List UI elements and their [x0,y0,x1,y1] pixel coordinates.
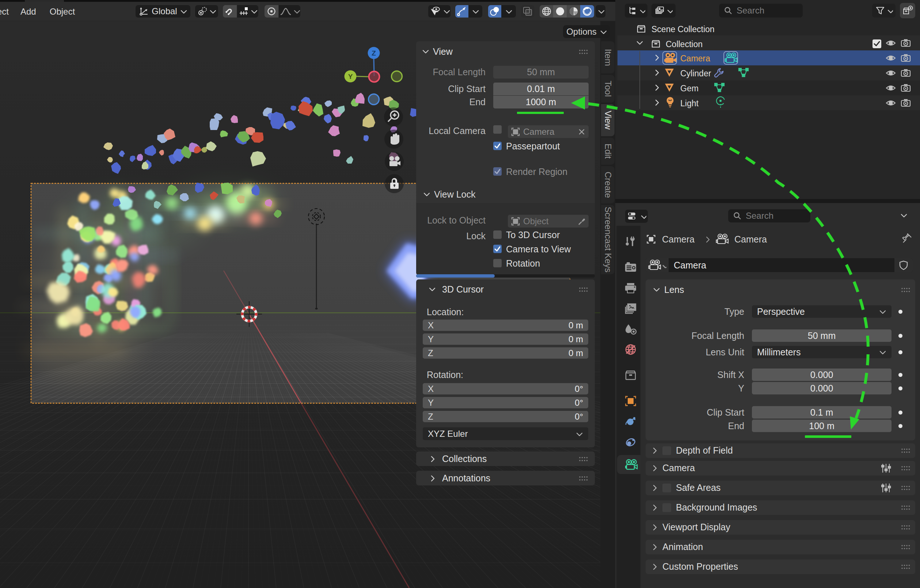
svg-text:Z: Z [372,49,376,57]
svg-text:Y: Y [348,73,353,80]
